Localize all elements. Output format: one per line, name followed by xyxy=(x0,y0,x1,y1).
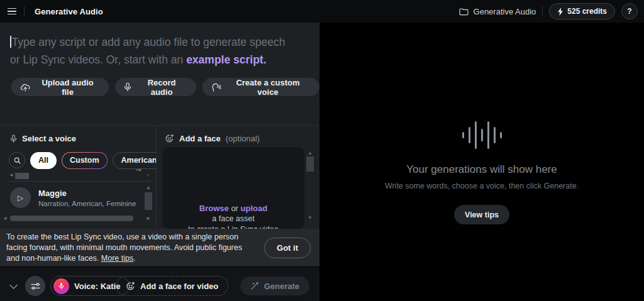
record-audio-label: Record audio xyxy=(136,78,187,97)
face-panel-scrollbar[interactable]: ▲ ▼ xyxy=(306,150,314,221)
cloud-upload-icon xyxy=(20,83,31,92)
filter-all[interactable]: All xyxy=(30,152,57,169)
scroll-down-icon[interactable]: ▼ xyxy=(308,215,313,221)
menu-icon[interactable] xyxy=(0,0,24,23)
face-add-icon xyxy=(165,134,174,143)
select-voice-title: Select a voice xyxy=(22,134,76,143)
voice-list-item-maggie[interactable]: ▷ Maggie Narration, American, Feminine xyxy=(10,187,140,208)
filter-list-divider xyxy=(9,181,151,182)
topbar-divider xyxy=(24,6,25,16)
filters-scrollbar[interactable]: ◄ ► xyxy=(9,172,151,180)
credits-bolt-icon xyxy=(557,8,564,16)
voice-avatar xyxy=(53,278,69,294)
column-divider xyxy=(156,126,157,229)
add-face-for-video-label: Add a face for video xyxy=(140,282,218,291)
voice-name: Maggie xyxy=(38,189,136,198)
voice-info: Maggie Narration, American, Feminine xyxy=(38,189,136,207)
scroll-up-icon[interactable]: ▲ xyxy=(146,185,151,190)
scroll-right-icon[interactable]: ► xyxy=(146,216,151,221)
face-add-icon xyxy=(126,282,135,291)
add-face-for-video-button[interactable]: Add a face for video xyxy=(116,276,228,296)
project-label: Generative Audio xyxy=(474,7,536,16)
voice-list-hscrollbar[interactable]: ◄ ► xyxy=(3,215,153,222)
help-button[interactable]: ? xyxy=(621,3,638,19)
section-divider xyxy=(0,125,319,126)
scroll-up-icon[interactable]: ▲ xyxy=(308,150,313,156)
scroll-left-icon[interactable]: ◄ xyxy=(3,216,8,221)
got-it-button[interactable]: Got it xyxy=(264,238,311,258)
upload-audio-button[interactable]: Upload audio file xyxy=(11,78,109,96)
create-custom-voice-button[interactable]: Create a custom voice xyxy=(203,78,319,96)
voice-tags: Narration, American, Feminine xyxy=(38,200,136,207)
microphone-icon xyxy=(124,82,131,92)
selected-voice-label: Voice: Katie xyxy=(74,282,120,291)
lip-sync-notice: To create the best Lip Sync video, use a… xyxy=(0,229,319,266)
more-tips-link[interactable]: More tips xyxy=(101,254,133,263)
folder-icon xyxy=(459,8,469,16)
browse-link[interactable]: Browse xyxy=(199,204,229,213)
voice-waves-icon xyxy=(211,83,221,92)
page-title: Generative Audio xyxy=(35,7,103,16)
credits-button[interactable]: 525 credits xyxy=(549,3,615,19)
face-drop-line3: to create a Lip Sync video xyxy=(162,224,304,229)
text-caret xyxy=(10,36,11,48)
top-bar: Generative Audio Generative Audio 525 cr… xyxy=(0,0,644,23)
generate-label: Generate xyxy=(264,282,299,291)
script-input[interactable]: Type any script or add any audio file to… xyxy=(10,33,294,68)
face-drop-line2: a face asset xyxy=(162,214,304,224)
generations-panel: Your generations will show here Write so… xyxy=(319,23,644,301)
scroll-left-icon[interactable]: ◄ xyxy=(9,172,14,178)
generations-empty-title: Your generations will show here xyxy=(406,163,557,176)
magic-wand-icon xyxy=(250,282,259,290)
upload-link[interactable]: upload xyxy=(241,204,268,213)
add-face-header: Add a face (optional) xyxy=(165,134,260,143)
create-custom-voice-label: Create a custom voice xyxy=(225,78,311,97)
generative-audio-app: Generative Audio Generative Audio 525 cr… xyxy=(0,0,644,301)
face-drop-area[interactable]: Browse or upload a face asset to create … xyxy=(162,147,304,229)
play-voice-button[interactable]: ▷ xyxy=(10,187,31,208)
filter-custom[interactable]: Custom xyxy=(62,152,108,169)
microphone-icon xyxy=(10,134,17,143)
waveform-icon xyxy=(462,121,502,149)
face-scrollbar-thumb[interactable] xyxy=(306,156,314,172)
generate-button[interactable]: Generate xyxy=(240,276,309,295)
settings-button[interactable] xyxy=(25,276,45,296)
composer-panel: Type any script or add any audio file to… xyxy=(0,23,319,301)
voice-hscrollbar-thumb[interactable] xyxy=(10,216,133,221)
record-audio-button[interactable]: Record audio xyxy=(115,78,196,96)
search-icon xyxy=(14,157,21,164)
view-tips-button[interactable]: View tips xyxy=(454,205,509,224)
composer-footer: Voice: Katie Add a face for video xyxy=(0,266,319,301)
filters-scrollbar-thumb[interactable] xyxy=(15,173,29,179)
audio-actions-row: Upload audio file Record audio xyxy=(11,78,319,96)
select-voice-header: Select a voice xyxy=(10,134,76,143)
example-script-link[interactable]: example script. xyxy=(186,53,266,66)
notice-text: To create the best Lip Sync video, use a… xyxy=(6,232,244,264)
topbar-divider xyxy=(542,6,543,16)
credits-label: 525 credits xyxy=(567,7,607,16)
generations-empty-subtitle: Write some words, choose a voice, then c… xyxy=(385,182,579,190)
sliders-icon xyxy=(31,282,40,290)
voice-search-button[interactable] xyxy=(9,152,25,168)
scroll-right-icon[interactable]: ► xyxy=(146,172,151,178)
project-selector[interactable]: Generative Audio xyxy=(459,7,536,16)
voice-scrollbar-thumb[interactable] xyxy=(145,192,152,210)
face-drop-text: Browse or upload a face asset to create … xyxy=(162,203,304,229)
collapse-chevron-icon[interactable] xyxy=(9,281,18,289)
add-face-title: Add a face xyxy=(179,134,221,143)
optional-label: (optional) xyxy=(226,134,260,143)
upload-audio-label: Upload audio file xyxy=(35,78,100,97)
